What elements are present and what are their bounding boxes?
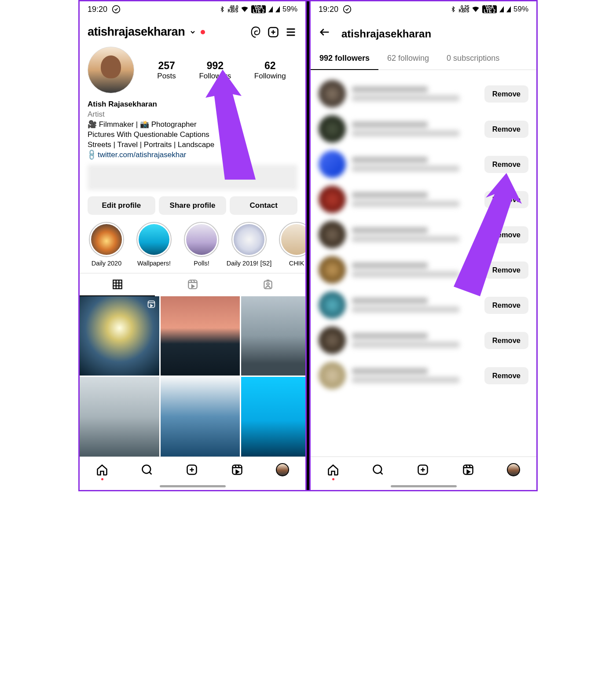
svg-point-5	[267, 283, 269, 285]
edit-profile-button[interactable]: Edit profile	[88, 196, 155, 215]
follower-row[interactable]: Remove	[319, 147, 528, 182]
remove-button[interactable]: Remove	[484, 191, 528, 208]
remove-button[interactable]: Remove	[484, 332, 528, 349]
tab-subscriptions[interactable]: 0 subscriptions	[438, 48, 508, 70]
create-icon[interactable]	[417, 464, 429, 476]
remove-button[interactable]: Remove	[484, 85, 528, 103]
bluetooth-icon	[450, 6, 456, 12]
svg-point-7	[143, 465, 151, 473]
username-dropdown[interactable]: atishrajasekharan	[88, 25, 185, 39]
follower-row[interactable]: Remove	[319, 111, 528, 147]
post-thumbnail[interactable]	[241, 296, 305, 376]
status-time: 19:20	[88, 5, 107, 14]
search-icon[interactable]	[372, 464, 384, 476]
follower-row[interactable]: Remove	[319, 358, 528, 393]
highlight-item[interactable]: Daily 2019! [S2]	[230, 222, 268, 267]
followers-stat[interactable]: 992 Followers	[199, 60, 231, 81]
signal-icon	[499, 6, 504, 12]
post-thumbnail[interactable]	[161, 296, 240, 376]
followers-list: Remove Remove Remove Remove Remove Remov…	[311, 70, 536, 457]
page-title: atishrajasekharan	[341, 28, 431, 40]
story-highlights: Daily 2020 Wallpapers! Polls! Daily 2019…	[80, 222, 305, 273]
highlight-item[interactable]: Polls!	[183, 222, 220, 267]
home-icon[interactable]	[96, 464, 108, 476]
home-icon[interactable]	[327, 464, 339, 476]
threads-icon[interactable]	[249, 26, 262, 39]
battery-percent: 59%	[282, 5, 297, 14]
back-icon[interactable]	[319, 26, 331, 41]
tagged-tab[interactable]	[230, 273, 305, 296]
tab-followers[interactable]: 992 followers	[311, 48, 378, 70]
check-circle-icon	[343, 5, 352, 14]
follower-row[interactable]: Remove	[319, 323, 528, 358]
highlight-item[interactable]: Wallpapers!	[135, 222, 173, 267]
share-profile-button[interactable]: Share profile	[159, 196, 227, 215]
svg-point-10	[344, 6, 351, 13]
bottom-nav	[80, 457, 305, 482]
remove-button[interactable]: Remove	[484, 261, 528, 279]
gesture-bar	[80, 482, 305, 490]
signal-icon	[275, 6, 280, 12]
reels-tab[interactable]	[155, 273, 230, 296]
status-bar: 19:20 0.25KB/S VoALTE 2 59%	[311, 1, 536, 17]
bluetooth-icon	[219, 6, 225, 12]
search-icon[interactable]	[141, 464, 153, 476]
gesture-bar	[311, 482, 536, 490]
followers-screen: 19:20 0.25KB/S VoALTE 2 59% atishrajasek…	[309, 1, 536, 490]
remove-button[interactable]: Remove	[484, 367, 528, 384]
post-thumbnail[interactable]	[241, 377, 305, 457]
hamburger-menu-icon[interactable]	[284, 26, 297, 39]
signal-icon	[268, 6, 273, 12]
following-stat[interactable]: 62 Following	[254, 60, 286, 81]
remove-button[interactable]: Remove	[484, 156, 528, 173]
svg-point-11	[374, 465, 382, 473]
follower-row[interactable]: Remove	[319, 76, 528, 111]
profile-avatar[interactable]	[88, 47, 134, 93]
follower-row[interactable]: Remove	[319, 217, 528, 252]
signal-icon	[506, 6, 511, 12]
create-post-icon[interactable]	[267, 26, 280, 39]
battery-percent: 59%	[513, 5, 528, 14]
follower-row[interactable]: Remove	[319, 252, 528, 287]
profile-screen: 19:20 48.0KB/S VoALTE 2 59% atishrajasek…	[80, 1, 307, 490]
post-thumbnail[interactable]	[80, 296, 159, 376]
profile-nav-icon[interactable]	[276, 463, 289, 476]
wifi-icon	[472, 5, 480, 13]
posts-stat[interactable]: 257 Posts	[157, 60, 176, 81]
create-icon[interactable]	[186, 464, 198, 476]
reels-nav-icon[interactable]	[462, 464, 474, 476]
remove-button[interactable]: Remove	[484, 297, 528, 314]
post-thumbnail[interactable]	[80, 377, 159, 457]
reels-icon	[147, 300, 156, 309]
remove-button[interactable]: Remove	[484, 226, 528, 243]
posts-grid	[80, 296, 305, 457]
chevron-down-icon[interactable]	[189, 29, 196, 36]
status-time: 19:20	[319, 5, 338, 14]
svg-rect-2	[113, 280, 122, 289]
profile-bio: Atish Rajasekharan Artist 🎥 Filmmaker | …	[80, 95, 305, 160]
notification-dot	[201, 30, 205, 34]
redacted-content	[88, 165, 297, 190]
highlight-item[interactable]: Daily 2020	[88, 222, 125, 267]
follower-row[interactable]: Remove	[319, 182, 528, 217]
follower-row[interactable]: Remove	[319, 287, 528, 323]
tab-following[interactable]: 62 following	[378, 48, 438, 70]
remove-button[interactable]: Remove	[484, 121, 528, 138]
bottom-nav	[311, 457, 536, 482]
reels-nav-icon[interactable]	[231, 464, 243, 476]
wifi-icon	[241, 5, 249, 13]
contact-button[interactable]: Contact	[230, 196, 297, 215]
svg-point-0	[113, 6, 120, 13]
profile-link[interactable]: 🔗twitter.com/atishrajasekhar	[88, 150, 297, 160]
highlight-item[interactable]: CHIK	[278, 222, 305, 267]
grid-tab[interactable]	[80, 273, 155, 296]
check-circle-icon	[112, 5, 121, 14]
profile-nav-icon[interactable]	[507, 463, 520, 476]
post-thumbnail[interactable]	[161, 377, 240, 457]
status-bar: 19:20 48.0KB/S VoALTE 2 59%	[80, 1, 305, 17]
